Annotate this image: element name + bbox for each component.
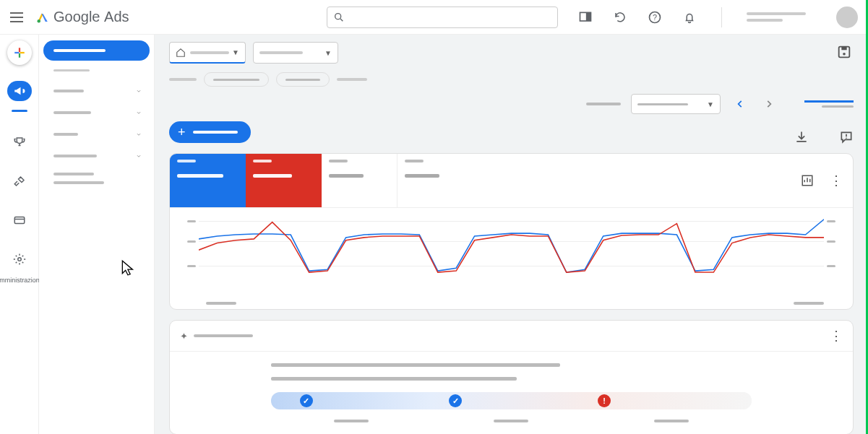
date-label (586, 103, 621, 105)
svg-rect-4 (586, 12, 591, 21)
tile-value (177, 174, 223, 178)
svg-point-0 (38, 19, 41, 23)
feedback-icon[interactable] (839, 130, 854, 144)
chart-area (170, 208, 853, 309)
sidebar-item-3[interactable] (43, 145, 150, 167)
download-icon[interactable] (794, 130, 809, 144)
svg-rect-11 (14, 217, 25, 224)
table-actions (794, 130, 854, 144)
ads-logo-icon (36, 11, 49, 24)
breadcrumb-lead (169, 78, 197, 81)
megaphone-icon (13, 84, 26, 97)
breadcrumb-chip-1[interactable] (276, 72, 330, 87)
recommendation-title (194, 334, 253, 337)
rail-campaigns[interactable] (7, 81, 32, 101)
tile-value (405, 174, 439, 178)
rail-indicator (12, 110, 27, 112)
recommendation-card: ✦ ⋮ ✓ ✓ ! (169, 320, 854, 434)
sidebar-item-2[interactable] (43, 123, 150, 145)
breadcrumb (169, 72, 854, 87)
home-icon (176, 48, 186, 58)
brand-label: Google Ads (53, 9, 129, 25)
active-date-preset[interactable] (804, 100, 854, 103)
scope-select-0[interactable]: ▼ (169, 42, 246, 64)
line-chart (199, 217, 824, 286)
svg-point-18 (846, 137, 847, 139)
sidebar-item-1[interactable] (43, 102, 150, 123)
search-icon (333, 12, 345, 23)
svg-text:?: ? (653, 13, 657, 22)
chevron-down-icon (135, 87, 142, 95)
gear-icon (13, 253, 26, 266)
metric-tile-3[interactable] (398, 154, 473, 207)
billing-icon (13, 214, 26, 227)
rail-tools[interactable] (7, 167, 32, 196)
sidebar (39, 35, 155, 434)
plus-icon: + (178, 125, 186, 140)
create-button[interactable] (7, 40, 32, 65)
sidebar-link-1[interactable] (53, 181, 104, 184)
trophy-icon (13, 136, 26, 149)
tile-label (329, 160, 348, 162)
rec-text-1 (271, 363, 560, 367)
metric-tile-0[interactable] (170, 154, 246, 207)
chevron-down-icon (135, 109, 142, 116)
account-switcher[interactable] (747, 12, 806, 22)
sidebar-item-0[interactable] (43, 80, 150, 102)
date-preset-secondary[interactable] (822, 105, 854, 108)
scope-select-1[interactable]: ▼ (253, 42, 338, 64)
progress-step-1: ✓ (300, 394, 313, 407)
header-actions: ? (578, 6, 858, 28)
rec-text-2 (271, 377, 517, 381)
tile-label (253, 160, 272, 162)
header: Google Ads ? (0, 0, 868, 35)
appearance-icon[interactable] (578, 10, 593, 25)
sidebar-link-0[interactable] (53, 173, 94, 175)
metric-tile-1[interactable] (246, 154, 322, 207)
metric-tile-2[interactable] (322, 154, 398, 207)
refresh-icon[interactable] (613, 10, 627, 25)
rail-admin[interactable] (7, 245, 32, 274)
chart-settings-icon[interactable] (801, 174, 814, 187)
chart-legend (206, 302, 824, 305)
legend-right (794, 302, 824, 305)
chevron-down-icon (135, 152, 142, 160)
tile-value (253, 174, 292, 178)
progress-labels (271, 420, 752, 422)
svg-point-1 (335, 13, 341, 19)
new-campaign-button[interactable]: + (169, 121, 251, 143)
breadcrumb-chip-0[interactable] (204, 72, 269, 87)
recommendation-menu-icon[interactable]: ⋮ (830, 328, 843, 344)
avatar[interactable] (836, 6, 858, 28)
main-area: ▼ ▼ ▼ + (155, 35, 868, 434)
filters-row: ▼ (169, 94, 854, 114)
tile-value (329, 174, 364, 178)
menu-icon[interactable] (10, 12, 23, 22)
sidebar-scope-pill[interactable] (43, 40, 150, 61)
svg-point-13 (17, 258, 21, 261)
legend-left (206, 302, 236, 305)
tools-icon (13, 175, 26, 188)
chevron-down-icon (135, 131, 142, 138)
more-menu-icon[interactable]: ⋮ (830, 173, 843, 188)
date-range-selector[interactable]: ▼ (631, 94, 721, 114)
progress-step-2: ✓ (449, 394, 462, 407)
notifications-icon[interactable] (682, 10, 697, 25)
rail-goals[interactable] (7, 128, 32, 157)
search-input[interactable] (327, 6, 558, 28)
svg-line-2 (340, 19, 343, 21)
recommendation-progress: ✓ ✓ ! (271, 392, 752, 409)
save-view-icon[interactable] (836, 44, 854, 61)
rail-billing[interactable] (7, 206, 32, 235)
svg-point-15 (843, 53, 846, 56)
scope-selectors: ▼ ▼ (169, 42, 854, 64)
svg-rect-16 (841, 47, 846, 51)
date-next-button[interactable] (760, 95, 778, 113)
help-icon[interactable]: ? (648, 10, 662, 25)
divider (721, 7, 722, 27)
summary-card: ⋮ (169, 153, 854, 310)
rail-admin-label: Amministrazione (0, 277, 43, 284)
date-prev-button[interactable] (731, 95, 749, 113)
sparkle-icon: ✦ (180, 331, 188, 342)
nav-rail: Amministrazione (0, 35, 39, 434)
